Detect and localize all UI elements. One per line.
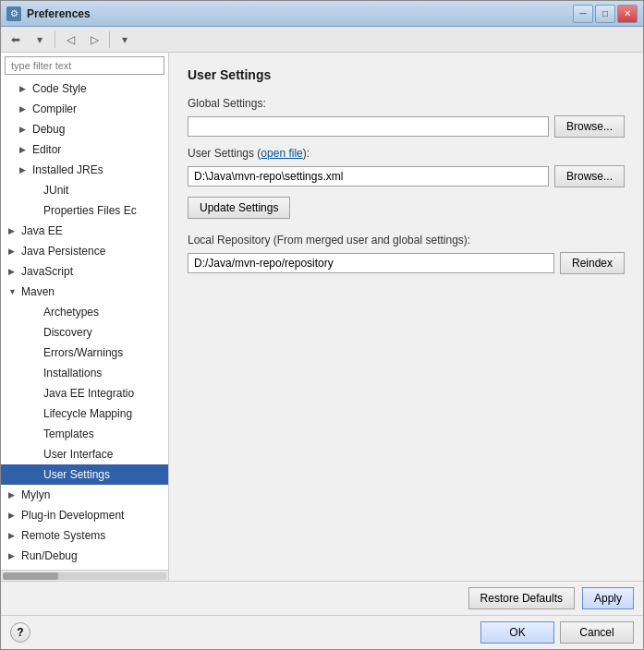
menu-button[interactable]: ▾ bbox=[114, 30, 136, 50]
help-button[interactable]: ? bbox=[10, 622, 30, 643]
global-settings-row: Browse... bbox=[188, 115, 625, 138]
tree-arrow-down-icon: ▼ bbox=[8, 283, 19, 300]
sidebar-item-label: Java EE bbox=[21, 223, 63, 239]
tree-arrow-icon: ▶ bbox=[19, 141, 30, 158]
sidebar-item-debug[interactable]: ▶ Debug bbox=[1, 119, 168, 139]
local-repo-input[interactable] bbox=[188, 253, 554, 273]
back-dropdown-button[interactable]: ▾ bbox=[29, 30, 51, 50]
global-settings-input[interactable] bbox=[188, 116, 549, 137]
nav-back-button[interactable]: ◁ bbox=[59, 30, 81, 50]
local-repo-label: Local Repository (From merged user and g… bbox=[188, 234, 625, 247]
sidebar-item-templates[interactable]: Templates bbox=[1, 424, 168, 444]
sidebar-item-editor[interactable]: ▶ Editor bbox=[1, 139, 168, 160]
maximize-button[interactable]: □ bbox=[595, 5, 615, 23]
tree-arrow-icon: ▶ bbox=[19, 101, 30, 117]
sidebar-item-junit[interactable]: JUnit bbox=[1, 180, 168, 200]
sidebar-item-errors-warnings[interactable]: Errors/Warnings bbox=[1, 343, 168, 363]
tree-arrow-icon: ▶ bbox=[8, 243, 19, 259]
user-settings-row: Browse... bbox=[188, 165, 625, 187]
global-settings-label: Global Settings: bbox=[188, 97, 625, 110]
user-settings-input[interactable] bbox=[188, 166, 549, 187]
sidebar-item-label: Editor bbox=[32, 141, 61, 158]
user-browse-button[interactable]: Browse... bbox=[554, 165, 625, 187]
nav-forward-button[interactable]: ▷ bbox=[83, 30, 105, 50]
sidebar: ▶ Code Style ▶ Compiler ▶ Debug ▶ Editor… bbox=[1, 53, 169, 581]
tree-arrow-icon: ▶ bbox=[8, 548, 19, 564]
sidebar-item-label: Mylyn bbox=[21, 487, 50, 503]
content-area: User Settings Global Settings: Browse...… bbox=[169, 53, 643, 581]
sidebar-item-remote-systems[interactable]: ▶ Remote Systems bbox=[1, 525, 168, 546]
sidebar-item-label: Compiler bbox=[32, 101, 77, 117]
sidebar-item-label: Lifecycle Mapping bbox=[43, 405, 132, 422]
window-title: Preferences bbox=[27, 7, 573, 20]
sidebar-item-label: Java EE Integratio bbox=[43, 385, 134, 402]
toolbar-separator-2 bbox=[109, 31, 110, 48]
sidebar-item-installations[interactable]: Installations bbox=[1, 363, 168, 383]
close-button[interactable]: ✕ bbox=[617, 5, 638, 23]
sidebar-item-lifecycle-mapping[interactable]: Lifecycle Mapping bbox=[1, 403, 168, 424]
sidebar-item-plugin-dev[interactable]: ▶ Plug-in Development bbox=[1, 505, 168, 525]
horizontal-scrollbar[interactable] bbox=[1, 570, 168, 581]
sidebar-item-label: Properties Files Ec bbox=[43, 202, 137, 219]
sidebar-item-maven[interactable]: ▼ Maven bbox=[1, 282, 168, 302]
scrollbar-track bbox=[3, 572, 166, 580]
restore-defaults-button[interactable]: Restore Defaults bbox=[468, 587, 575, 609]
titlebar: ⚙ Preferences ─ □ ✕ bbox=[1, 1, 643, 27]
sidebar-item-label: Installed JREs bbox=[32, 162, 103, 178]
sidebar-item-discovery[interactable]: Discovery bbox=[1, 322, 168, 343]
sidebar-item-label: User Settings bbox=[43, 466, 110, 483]
open-file-link[interactable]: open file bbox=[261, 147, 302, 160]
back-button[interactable]: ⬅ bbox=[5, 30, 27, 50]
sidebar-item-properties-files[interactable]: Properties Files Ec bbox=[1, 200, 168, 221]
sidebar-item-mylyn[interactable]: ▶ Mylyn bbox=[1, 485, 168, 505]
sidebar-item-label: Installations bbox=[43, 365, 102, 381]
sidebar-item-label: Run/Debug bbox=[21, 548, 78, 564]
sidebar-item-label: JUnit bbox=[43, 182, 68, 199]
ok-button[interactable]: OK bbox=[480, 621, 554, 644]
sidebar-item-archetypes[interactable]: Archetypes bbox=[1, 302, 168, 322]
tree-arrow-icon: ▶ bbox=[19, 80, 30, 97]
sidebar-item-label: Plug-in Development bbox=[21, 507, 124, 524]
titlebar-buttons: ─ □ ✕ bbox=[573, 5, 638, 23]
reindex-button[interactable]: Reindex bbox=[560, 252, 625, 274]
sidebar-item-label: Code Style bbox=[32, 80, 87, 97]
filter-input[interactable] bbox=[5, 56, 164, 75]
sidebar-item-label: Errors/Warnings bbox=[43, 344, 123, 361]
footer-bar: ? OK Cancel bbox=[1, 615, 643, 649]
sidebar-item-label: Archetypes bbox=[43, 304, 99, 320]
update-settings-button[interactable]: Update Settings bbox=[188, 197, 290, 219]
page-title: User Settings bbox=[188, 67, 625, 82]
sidebar-item-code-style[interactable]: ▶ Code Style bbox=[1, 78, 168, 99]
user-settings-label: User Settings (open file): bbox=[188, 147, 625, 160]
tree-arrow-icon: ▶ bbox=[8, 263, 19, 280]
sidebar-item-label: Discovery bbox=[43, 324, 92, 341]
apply-button[interactable]: Apply bbox=[582, 587, 634, 609]
tree-arrow-icon: ▶ bbox=[8, 487, 19, 503]
sidebar-item-compiler[interactable]: ▶ Compiler bbox=[1, 99, 168, 119]
tree-arrow-icon: ▶ bbox=[8, 507, 19, 524]
sidebar-item-java-ee-integration[interactable]: Java EE Integratio bbox=[1, 383, 149, 403]
scrollbar-thumb[interactable] bbox=[3, 572, 58, 580]
cancel-button[interactable]: Cancel bbox=[560, 621, 634, 644]
minimize-button[interactable]: ─ bbox=[573, 5, 593, 23]
toolbar: ⬅ ▾ ◁ ▷ ▾ bbox=[1, 27, 643, 53]
sidebar-item-installed-jres[interactable]: ▶ Installed JREs bbox=[1, 160, 168, 180]
local-repo-row: Reindex bbox=[188, 252, 625, 274]
sidebar-item-java-ee[interactable]: ▶ Java EE bbox=[1, 221, 168, 241]
global-browse-button[interactable]: Browse... bbox=[554, 115, 625, 138]
sidebar-item-run-debug[interactable]: ▶ Run/Debug bbox=[1, 546, 168, 566]
user-settings-prefix: User Settings ( bbox=[188, 147, 261, 160]
sidebar-item-label: User Interface bbox=[43, 446, 113, 463]
sidebar-item-user-settings[interactable]: User Settings bbox=[1, 464, 168, 485]
tree-arrow-icon: ▶ bbox=[8, 527, 19, 544]
sidebar-item-user-interface[interactable]: User Interface bbox=[1, 444, 168, 464]
tree-arrow-icon: ▶ bbox=[8, 223, 19, 239]
sidebar-item-java-persistence[interactable]: ▶ Java Persistence bbox=[1, 241, 168, 261]
preferences-window: ⚙ Preferences ─ □ ✕ ⬅ ▾ ◁ ▷ ▾ ▶ Code Sty… bbox=[0, 0, 644, 650]
sidebar-item-javascript[interactable]: ▶ JavaScript bbox=[1, 261, 168, 282]
sidebar-item-label: Templates bbox=[43, 426, 94, 442]
sidebar-item-label: Remote Systems bbox=[21, 527, 105, 544]
tree-container: ▶ Code Style ▶ Compiler ▶ Debug ▶ Editor… bbox=[1, 78, 168, 570]
sidebar-item-label: JavaScript bbox=[21, 263, 73, 280]
main-content: ▶ Code Style ▶ Compiler ▶ Debug ▶ Editor… bbox=[1, 53, 643, 581]
